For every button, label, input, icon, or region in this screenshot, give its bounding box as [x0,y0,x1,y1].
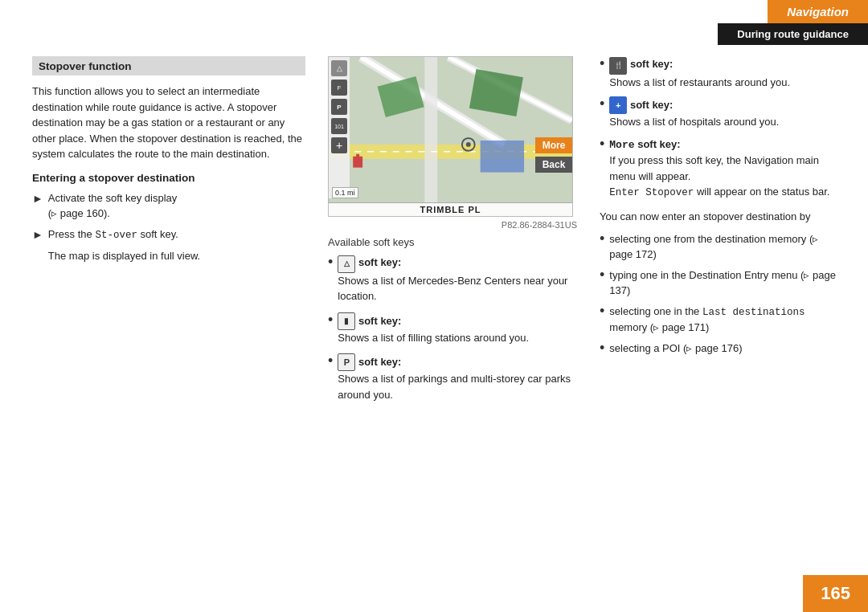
more-button[interactable]: More [535,137,572,153]
bullet-dot: • [600,137,604,151]
parking-icon: P [338,353,355,371]
bullet-text-1: Activate the soft key display(▹ page 160… [48,190,177,222]
soft-key-parking: • P soft key: Shows a list of parkings a… [328,353,577,402]
right-column: • 🍴 soft key: Shows a list of restaurant… [600,56,836,564]
note-block: You can now enter an stopover destinatio… [600,209,836,356]
svg-rect-9 [469,69,523,116]
map-svg [329,57,572,216]
note-bullet-1: • selecting one from the destination mem… [600,231,836,263]
intro-text: This function allows you to select an in… [32,84,305,162]
hospital-text: + soft key: Shows a list of hospitals ar… [609,96,779,130]
bullet-dot: • [600,304,604,318]
restaurant-text: 🍴 soft key: Shows a list of restaurants … [609,56,790,90]
hospital-icon: + [609,96,627,114]
bullet-dot: • [600,341,604,355]
soft-key-more: • More soft key: If you press this soft … [600,137,836,201]
map-icon-strip: △ F P 101 + [329,57,350,198]
map-icon-101: 101 [331,118,347,134]
soft-key-fuel-label: ▮ soft key: Shows a list of filling stat… [338,312,529,346]
note-text-4: selecting a POI (▹ page 176) [609,341,742,357]
soft-key-restaurant: • 🍴 soft key: Shows a list of restaurant… [600,56,836,90]
distance-indicator: 0.1 mi [332,187,358,198]
note-text-1: selecting one from the destination memor… [609,231,836,263]
main-content: Stopover function This function allows y… [32,56,836,564]
bullet-dot: • [600,56,604,71]
page-number: 165 [803,575,868,612]
soft-key-mb-label: △ soft key: Shows a list of Mercedes-Ben… [338,255,577,304]
bullet-dot: • [600,231,604,246]
soft-key-bullet: • ▮ soft key: Shows a list of filling st… [328,312,577,346]
map-image: △ F P 101 + More Back 0.1 mi TRIMBLE PL [328,56,573,217]
arrow-icon: ► [32,226,43,243]
soft-key-parking-label: P soft key: Shows a list of parkings and… [338,353,577,402]
back-button[interactable]: Back [535,157,572,173]
bullet-dot: • [328,255,333,269]
left-column: Stopover function This function allows y… [32,56,305,564]
note-bullet-4: • selecting a POI (▹ page 176) [600,341,836,357]
section-title: Stopover function [39,60,132,72]
bullet-text-2: Press the St-over soft key. [48,226,178,243]
map-icon-parking: P [331,99,347,115]
arrow-icon: ► [32,190,43,207]
svg-rect-6 [424,57,437,216]
note-bullet-3: • selecting one in the Last destinations… [600,304,836,336]
mb-icon: △ [338,255,355,273]
note-intro: You can now enter an stopover destinatio… [600,209,836,225]
svg-point-14 [466,142,471,147]
bullet-dot: • [600,96,604,111]
list-item: ► Press the St-over soft key. [32,226,305,243]
svg-rect-10 [481,141,524,173]
svg-rect-12 [356,154,359,157]
soft-key-bullet: • △ soft key: Shows a list of Mercedes-B… [328,255,577,304]
available-title: Available soft keys [328,236,577,248]
map-location-label: TRIMBLE PL [329,202,572,216]
note-bullet-2: • typing one in the Destination Entry me… [600,267,836,299]
section-title-box: Stopover function [32,56,305,75]
map-icon-plus: + [331,137,347,153]
soft-key-bullet: • P soft key: Shows a list of parkings a… [328,353,577,402]
soft-key-hospital: • + soft key: Shows a list of hospitals … [600,96,836,130]
entering-title: Entering a stopover destination [32,172,305,184]
sub-label: During route guidance [718,23,868,45]
note-text-3: selecting one in the Last destinations m… [609,304,836,336]
more-text: More soft key: If you press this soft ke… [609,137,836,201]
fuel-icon: ▮ [338,312,355,330]
note-text-2: typing one in the Destination Entry menu… [609,267,836,299]
map-reference: P82.86-2884-31US [328,220,577,230]
bullet-dot: • [328,312,333,327]
soft-key-fuel: • ▮ soft key: Shows a list of filling st… [328,312,577,346]
list-item: ► Activate the soft key display(▹ page 1… [32,190,305,222]
bullet-dot: • [600,267,604,282]
soft-key-mb: • △ soft key: Shows a list of Mercedes-B… [328,255,577,304]
map-icon-mb: △ [331,60,347,76]
svg-rect-0 [330,57,572,216]
svg-rect-11 [353,157,362,168]
middle-column: △ F P 101 + More Back 0.1 mi TRIMBLE PL … [328,56,577,564]
header: Navigation During route guidance [718,0,868,45]
restaurant-icon: 🍴 [609,57,627,75]
bullet-dot: • [328,353,333,368]
bullet-text-3: The map is displayed in full view. [48,248,200,264]
map-icon-fuel: F [331,80,347,96]
list-item: ► The map is displayed in full view. [32,248,305,265]
nav-label: Navigation [768,0,868,23]
